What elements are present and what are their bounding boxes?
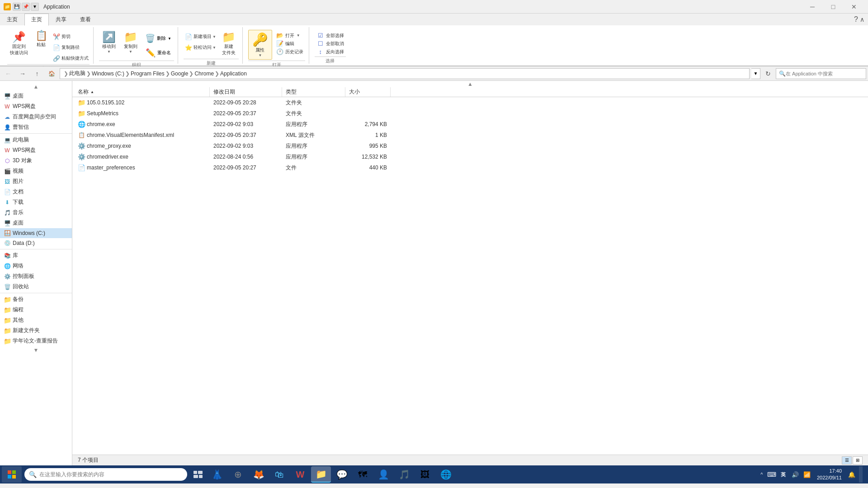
col-header-name[interactable]: 名称 ▲ [74, 87, 210, 97]
cut-button[interactable]: ✂️ 剪切 [52, 32, 90, 42]
select-all-button[interactable]: ☑ 全部选择 [315, 32, 346, 39]
path-segment-4[interactable]: Chrome [194, 70, 214, 77]
sidebar-item-download[interactable]: ⬇ 下载 [0, 197, 72, 207]
table-row[interactable]: 📋 chrome.VisualElementsManifest.xml 2022… [72, 130, 868, 141]
new-folder-button[interactable]: 📁 新建文件夹 [219, 30, 239, 58]
table-row[interactable]: 🌐 chrome.exe 2022-09-02 9:03 应用程序 2,794 … [72, 119, 868, 130]
dropdown-dot[interactable]: ▼ [31, 3, 39, 11]
keyboard-icon[interactable]: ⌨ [767, 470, 776, 479]
list-view-button[interactable]: ☰ [842, 456, 852, 465]
back-button[interactable]: ← [2, 68, 14, 80]
sidebar-item-thesis[interactable]: 📁 学年论文-查重报告 [0, 336, 72, 346]
taskbar-app-circle[interactable]: ⊕ [228, 466, 248, 483]
taskbar-search-input[interactable] [39, 471, 183, 478]
sidebar-item-windows[interactable]: 🪟 Windows (C:) [0, 228, 72, 238]
minimize-button[interactable]: ─ [802, 0, 823, 14]
address-dropdown-button[interactable]: ▼ [751, 68, 760, 79]
volume-icon[interactable]: 🔊 [791, 470, 800, 479]
sidebar-item-newfolder[interactable]: 📁 新建文件夹 [0, 325, 72, 336]
sidebar-item-lib[interactable]: 📚 库 [0, 250, 72, 261]
sidebar-item-wps2[interactable]: W WPS网盘 [0, 145, 72, 155]
copy-to-button[interactable]: 📁 复制到 ▼ [121, 30, 141, 56]
open-button[interactable]: 📂 打开 ▼ [274, 32, 305, 39]
input-method-icon[interactable]: 英 [779, 470, 788, 479]
table-row[interactable]: 📁 105.0.5195.102 2022-09-05 20:28 文件夹 [72, 97, 868, 108]
taskbar-app-firefox[interactable]: 🦊 [249, 466, 269, 483]
paste-shortcut-button[interactable]: 🔗 粘贴快捷方式 [52, 53, 90, 63]
search-input[interactable] [786, 71, 863, 76]
move-to-button[interactable]: ↗️ 移动到 ▼ [99, 30, 119, 56]
sidebar-item-video[interactable]: 🎬 视频 [0, 166, 72, 176]
pin-dot[interactable]: 📌 [22, 3, 30, 11]
sidebar-scroll-up[interactable]: ▲ [0, 83, 72, 91]
system-clock[interactable]: 17:40 2022/09/11 [813, 468, 845, 482]
taskbar-app-explorer[interactable]: 📁 [311, 466, 331, 483]
sidebar-item-baidu[interactable]: ☁ 百度网盘同步空间 [0, 112, 72, 122]
col-header-date[interactable]: 修改日期 [210, 87, 282, 97]
sidebar-item-person[interactable]: 👤 曹智信 [0, 122, 72, 132]
taskbar-app-chrome[interactable]: 🌐 [436, 466, 456, 483]
taskbar-app-photos[interactable]: 🖼 [415, 466, 435, 483]
taskbar-app-wps[interactable]: W [290, 466, 310, 483]
up-button[interactable]: ↑ [31, 68, 43, 80]
sidebar-item-control[interactable]: ⚙️ 控制面板 [0, 271, 72, 282]
col-header-type[interactable]: 类型 [282, 87, 345, 97]
taskbar-app-costume[interactable]: 👗 [207, 466, 227, 483]
sidebar-item-backup[interactable]: 📁 备份 [0, 294, 72, 305]
path-segment-1[interactable]: Windows (C:) [92, 70, 124, 77]
sidebar-item-programming[interactable]: 📁 编程 [0, 305, 72, 315]
tab-view2[interactable]: 查看 [73, 14, 98, 25]
sidebar-item-3d[interactable]: ⬡ 3D 对象 [0, 155, 72, 166]
history-button[interactable]: 🕐 历史记录 [274, 48, 305, 56]
grid-view-button[interactable]: ⊞ [853, 456, 863, 465]
tab-share[interactable]: 主页 [24, 14, 49, 26]
maximize-button[interactable]: □ [823, 0, 844, 14]
paste-button[interactable]: 📋 粘贴 [33, 30, 50, 49]
path-segment-5[interactable]: Application [220, 70, 247, 77]
network-tray-icon[interactable]: 📶 [802, 470, 811, 479]
select-none-button[interactable]: ☐ 全部取消 [315, 40, 346, 47]
sidebar-item-data[interactable]: 💿 Data (D:) [0, 238, 72, 248]
ribbon-collapse-icon[interactable]: ∧ [860, 16, 864, 23]
path-segment-2[interactable]: Program Files [131, 70, 165, 77]
taskbar-app-wechat[interactable]: 💬 [332, 466, 352, 483]
delete-button[interactable]: 🗑️ 删除 ▼ [142, 32, 174, 45]
forward-button[interactable]: → [16, 68, 29, 80]
path-segment-0[interactable]: 此电脑 [69, 70, 85, 77]
rename-button[interactable]: ✏️ 重命名 [143, 46, 174, 60]
easy-access-button[interactable]: ⭐ 轻松访问 ▼ [184, 42, 217, 52]
file-scroll-up[interactable]: ▲ [72, 81, 868, 87]
col-header-size[interactable]: 大小 [345, 87, 391, 97]
tray-expand-button[interactable]: ^ [758, 466, 765, 483]
notification-icon[interactable]: 🔔 [847, 470, 856, 479]
table-row[interactable]: 📁 SetupMetrics 2022-09-05 20:37 文件夹 [72, 108, 868, 119]
taskbar-app-music[interactable]: 🎵 [394, 466, 414, 483]
new-item-button[interactable]: 📄 新建项目 ▼ [184, 32, 217, 42]
path-segment-3[interactable]: Google [171, 70, 189, 77]
taskbar-app-map[interactable]: 🗺 [353, 466, 373, 483]
sidebar-item-wps1[interactable]: W WPS网盘 [0, 101, 72, 112]
refresh-button[interactable]: ↻ [762, 68, 774, 80]
taskbar-app-avatar[interactable]: 👤 [373, 466, 393, 483]
sidebar-item-other[interactable]: 📁 其他 [0, 315, 72, 325]
task-view-button[interactable] [190, 466, 206, 483]
help-icon[interactable]: ? [854, 15, 858, 23]
address-path[interactable]: ❯ 此电脑 ❯ Windows (C:) ❯ Program Files ❯ G… [60, 68, 750, 79]
save-dot[interactable]: 💾 [13, 3, 21, 11]
table-row[interactable]: 📄 master_preferences 2022-09-05 20:27 文件… [72, 162, 868, 173]
tab-main[interactable]: 主页 [0, 14, 24, 25]
edit-button[interactable]: 📝 编辑 [274, 40, 305, 47]
taskbar-app-store[interactable]: 🛍 [269, 466, 289, 483]
tab-view[interactable]: 共享 [49, 14, 73, 25]
sidebar-item-doc[interactable]: 📄 文档 [0, 187, 72, 197]
pin-to-quickaccess-button[interactable]: 📌 固定到快速访问 [7, 30, 31, 58]
sidebar-item-desktop[interactable]: 🖥️ 桌面 [0, 91, 72, 101]
table-row[interactable]: ⚙️ chromedriver.exe 2022-08-24 0:56 应用程序… [72, 151, 868, 162]
invert-selection-button[interactable]: ↕ 反向选择 [315, 48, 346, 56]
sidebar-item-network[interactable]: 🌐 网络 [0, 261, 72, 271]
start-button[interactable] [2, 466, 22, 483]
sidebar-item-picture[interactable]: 🖼 图片 [0, 176, 72, 187]
properties-button[interactable]: 🔑 属性 ▼ [248, 30, 272, 60]
sidebar-item-music[interactable]: 🎵 音乐 [0, 207, 72, 218]
sidebar-scroll-down[interactable]: ▼ [0, 346, 72, 354]
